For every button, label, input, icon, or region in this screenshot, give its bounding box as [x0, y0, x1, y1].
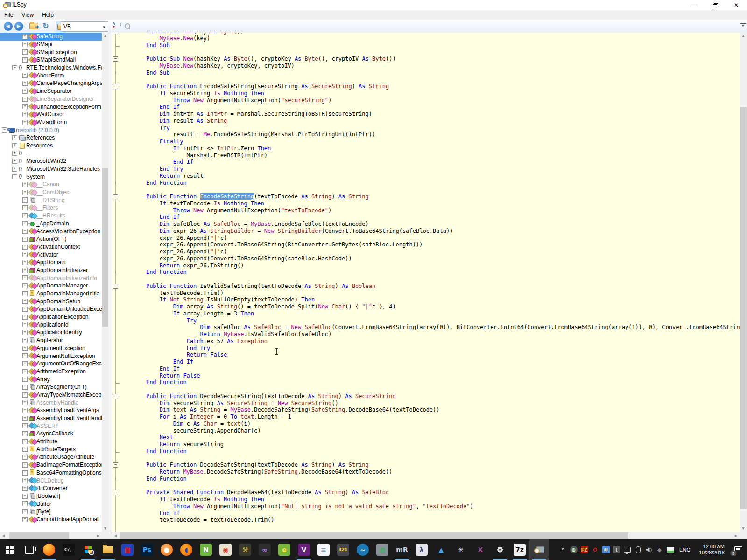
code-hscrollbar-thumb[interactable] [120, 532, 628, 539]
code-line[interactable] [133, 455, 740, 462]
code-line[interactable] [133, 49, 740, 56]
tree-expander[interactable]: + [22, 197, 28, 203]
taskbar-clock[interactable]: 12:00 AM 10/28/2018 [694, 544, 729, 556]
code-line[interactable]: If intPtr <> IntPtr.Zero Then [133, 145, 740, 152]
tree-expander[interactable]: + [22, 291, 28, 296]
tree-expander[interactable]: + [22, 89, 28, 94]
code-line[interactable]: End Try [133, 345, 740, 352]
tree-item[interactable]: +AppDomainInitializerInfo [0, 274, 102, 282]
tree-item[interactable]: +AboutForm [0, 71, 102, 79]
tree-item[interactable]: +ArithmeticException [0, 368, 102, 376]
code-line[interactable]: Throw New ArgumentNullException("secureS… [133, 97, 740, 104]
code-line[interactable]: Marshal.FreeBSTR(intPtr) [133, 152, 740, 159]
taskbar-lambda-tool-button[interactable]: λ [412, 539, 431, 560]
tree-expander[interactable]: + [22, 97, 28, 102]
tree-item[interactable]: +AppDomainManager [0, 282, 102, 290]
code-line[interactable]: Catch ex_57 As Exception [133, 338, 740, 345]
tree-item[interactable]: +ArgumentOutOfRangeExc [0, 360, 102, 368]
tree-expander[interactable]: + [22, 268, 28, 273]
tree-item[interactable]: +__ComObject [0, 189, 102, 196]
code-line[interactable]: End Function [133, 448, 740, 455]
code-line[interactable]: Try [133, 317, 740, 324]
tree-expander[interactable]: + [22, 57, 28, 63]
tree-item[interactable]: +UnhandledExceptionForm [0, 103, 102, 111]
tree-item[interactable]: +ASSERT [0, 422, 102, 430]
taskbar-search-flag-button[interactable] [78, 539, 98, 560]
action-center-button[interactable]: 5 [729, 539, 747, 560]
code-line[interactable]: If secureString Is Nothing Then [133, 90, 740, 97]
scroll-left-arrow[interactable]: ◄ [112, 532, 119, 539]
tree-item[interactable]: +AttributeTargets [0, 445, 102, 453]
fold-collapse-marker[interactable]: − [113, 84, 118, 89]
taskbar-green-plugin-button[interactable]: e [275, 539, 294, 560]
tree-item[interactable]: +References [0, 134, 102, 142]
code-line[interactable]: Return MyBase.DecodeSafeString(SafeStrin… [133, 469, 740, 476]
tree-expander[interactable]: − [2, 127, 7, 133]
tree-item[interactable]: −RTE.Technologies.Windows.Fo [0, 64, 102, 72]
taskbar-notepad-plus-plus-button[interactable]: N [196, 539, 216, 560]
tree-expander[interactable]: + [22, 182, 28, 187]
taskbar-vs-blend-button[interactable]: ∞ [255, 539, 275, 560]
tree-expander[interactable]: + [22, 361, 28, 366]
taskbar-notepad-button[interactable]: ≡ [314, 539, 333, 560]
fold-collapse-marker[interactable]: − [113, 462, 118, 468]
open-button[interactable]: ➜ [28, 21, 39, 31]
taskbar-dev-tools-button[interactable]: ⚒ [235, 539, 255, 560]
tree-expander[interactable]: + [22, 408, 28, 413]
taskbar-network-mapper-button[interactable]: ▲ [431, 539, 451, 560]
tree-item[interactable]: +AppDomainInitializer [0, 266, 102, 274]
tree-item[interactable]: +CannotUnloadAppDomai [0, 516, 102, 524]
code-line[interactable]: textToDecode = textToDecode.Trim() [133, 517, 740, 524]
tree-item[interactable]: +ArgumentNullException [0, 352, 102, 360]
code-line[interactable] [133, 483, 740, 490]
code-line[interactable]: Dim c As Char = text(i) [133, 420, 740, 427]
code-line[interactable]: End If [133, 104, 740, 111]
fold-collapse-marker[interactable]: − [113, 56, 118, 62]
tray-volume-button[interactable]: )) [643, 539, 654, 560]
search-button[interactable] [122, 21, 133, 31]
taskbar-file-explorer-button[interactable] [98, 539, 118, 560]
tree-expander[interactable]: + [22, 73, 28, 78]
tree-expander[interactable]: + [22, 439, 28, 444]
tree-item[interactable]: +AttributeUsageAttribute [0, 453, 102, 461]
tree-item[interactable]: +Attribute [0, 438, 102, 446]
taskbar-blender-button[interactable]: ● [157, 539, 176, 560]
tree-expander[interactable]: + [22, 392, 28, 398]
tree-expander[interactable]: + [22, 486, 28, 491]
tree-item[interactable]: +ArraySegment(Of T) [0, 383, 102, 391]
code-line[interactable]: Next [133, 434, 740, 441]
scroll-down-arrow[interactable]: ▼ [102, 525, 109, 532]
code-line[interactable]: result = Me.EncodeSafeString(Marshal.Ptr… [133, 131, 740, 138]
sort-button[interactable]: AZ↓ [111, 21, 121, 31]
code-line[interactable]: End Function [133, 379, 740, 386]
tree-item[interactable]: +Array [0, 375, 102, 383]
scroll-left-arrow[interactable]: ◄ [0, 532, 7, 539]
code-line[interactable]: expr_26.Append("|"c) [133, 248, 740, 255]
tree-expander[interactable]: + [22, 330, 28, 335]
tree-expander[interactable]: + [22, 120, 28, 125]
tree-expander[interactable]: + [22, 353, 28, 358]
code-line[interactable]: Private Shared Function DecodeBase64(tex… [133, 489, 740, 496]
tree-expander[interactable]: + [22, 315, 28, 320]
taskbar-7-zip-button[interactable]: 7z [510, 539, 529, 560]
code-line[interactable]: Dim array As String() = textToDecode.Spl… [133, 303, 740, 310]
taskbar-xnview-button[interactable]: ◉ [216, 539, 235, 560]
code-line[interactable]: expr_26.Append(Convert.ToBase64String(sa… [133, 255, 740, 262]
code-line[interactable]: End If [133, 365, 740, 372]
tree-item[interactable]: +WizardForm [0, 119, 102, 126]
code-line[interactable]: Public Function EncodeSafeString(secureS… [133, 83, 740, 90]
tree-item[interactable]: +ActivationContext [0, 243, 102, 251]
code-line[interactable]: End Function [133, 269, 740, 276]
tree-item[interactable]: +AsyncCallback [0, 430, 102, 438]
tree-item[interactable]: +__DTString [0, 196, 102, 204]
tray-network-pc-button[interactable] [622, 539, 633, 560]
tree-item[interactable]: +SMapiException [0, 48, 102, 56]
tree-item[interactable]: +Microsoft.Win32.SafeHandles [0, 165, 102, 173]
tree-item[interactable]: +AccessViolationException [0, 227, 102, 235]
back-button[interactable]: ◄ [3, 21, 13, 31]
tree-item[interactable]: +Activator [0, 251, 102, 259]
tree-expander[interactable]: + [22, 501, 28, 506]
tree-expander[interactable]: + [22, 416, 28, 421]
code-line[interactable] [133, 386, 740, 393]
code-line[interactable]: textToDecode.Trim() [133, 290, 740, 297]
